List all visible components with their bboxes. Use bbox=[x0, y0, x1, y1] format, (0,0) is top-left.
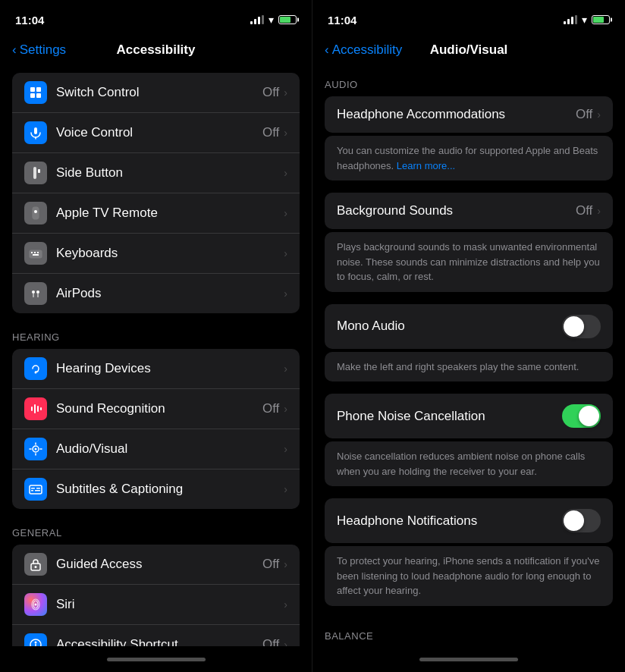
chevron-icon: › bbox=[597, 108, 601, 121]
list-item-side-button[interactable]: Side Button › bbox=[12, 153, 300, 193]
signal-bar-1 bbox=[250, 21, 253, 24]
status-bar-left: 11:04 ▾ bbox=[0, 0, 312, 33]
mono-audio-toggle[interactable] bbox=[562, 315, 601, 338]
chevron-icon: › bbox=[284, 363, 287, 375]
svg-rect-1 bbox=[36, 87, 41, 92]
keyboards-label: Keyboards bbox=[56, 246, 284, 261]
background-sounds-label: Background Sounds bbox=[337, 203, 576, 218]
svg-rect-23 bbox=[40, 407, 42, 410]
chevron-icon: › bbox=[284, 86, 287, 99]
accessibility-shortcut-icon bbox=[24, 633, 47, 646]
svg-point-15 bbox=[32, 290, 35, 294]
svg-rect-11 bbox=[31, 252, 33, 253]
audio-section-label: AUDIO bbox=[312, 67, 625, 96]
chevron-left-icon: ‹ bbox=[325, 42, 329, 58]
sound-recognition-value: Off bbox=[262, 401, 279, 416]
chevron-icon: › bbox=[284, 639, 287, 646]
back-button-right[interactable]: ‹ Accessibility bbox=[325, 42, 402, 58]
top-list-group: Switch Control Off › Voice Control Off › bbox=[12, 73, 300, 313]
home-bar-right bbox=[419, 658, 518, 661]
chevron-icon: › bbox=[284, 443, 287, 455]
list-item-keyboards[interactable]: Keyboards › bbox=[12, 234, 300, 274]
list-item-accessibility-shortcut[interactable]: Accessibility Shortcut Off › bbox=[12, 625, 300, 646]
svg-rect-7 bbox=[38, 169, 40, 173]
home-indicator-left bbox=[0, 646, 312, 672]
list-item-sound-recognition[interactable]: Sound Recognition Off › bbox=[12, 389, 300, 429]
list-item-hearing-devices[interactable]: Hearing Devices › bbox=[12, 349, 300, 389]
svg-rect-3 bbox=[36, 93, 41, 98]
svg-rect-29 bbox=[31, 490, 33, 491]
keyboards-icon bbox=[24, 242, 47, 265]
headphone-notifications-description: To protect your hearing, iPhone sends a … bbox=[325, 546, 613, 606]
list-item-apple-tv-remote[interactable]: Apple TV Remote › bbox=[12, 193, 300, 234]
nav-bar-left: ‹ Settings Accessibility bbox=[0, 33, 312, 67]
svg-point-32 bbox=[35, 566, 37, 568]
audio-visual-icon bbox=[24, 438, 47, 460]
list-item-voice-control[interactable]: Voice Control Off › bbox=[12, 113, 300, 153]
chevron-icon: › bbox=[284, 167, 287, 179]
background-sounds-card[interactable]: Background Sounds Off › bbox=[325, 193, 613, 229]
list-item-switch-control[interactable]: Switch Control Off › bbox=[12, 73, 300, 113]
side-button-icon bbox=[24, 162, 47, 184]
wifi-icon-right: ▾ bbox=[582, 14, 587, 26]
headphone-accommodations-description: You can customize the audio for supporte… bbox=[325, 136, 613, 181]
phone-noise-cancellation-toggle[interactable] bbox=[562, 404, 601, 428]
phone-noise-cancellation-description: Noise cancellation reduces ambient noise… bbox=[325, 441, 613, 486]
audio-visual-label: Audio/Visual bbox=[56, 441, 284, 457]
svg-rect-28 bbox=[36, 488, 40, 489]
accessibility-shortcut-label: Accessibility Shortcut bbox=[56, 637, 262, 646]
svg-rect-26 bbox=[30, 485, 42, 494]
svg-rect-4 bbox=[34, 127, 37, 134]
siri-label: Siri bbox=[56, 597, 284, 612]
status-time-left: 11:04 bbox=[15, 14, 44, 27]
headphone-notifications-toggle[interactable] bbox=[562, 509, 601, 532]
background-sounds-row[interactable]: Background Sounds Off › bbox=[325, 193, 613, 229]
chevron-icon: › bbox=[284, 127, 287, 139]
mono-audio-card: Mono Audio bbox=[325, 304, 613, 349]
svg-rect-0 bbox=[30, 87, 35, 92]
list-item-subtitles-captioning[interactable]: Subtitles & Captioning › bbox=[12, 469, 300, 509]
svg-rect-2 bbox=[30, 93, 35, 98]
list-item-audio-visual[interactable]: Audio/Visual › bbox=[12, 429, 300, 469]
guided-access-label: Guided Access bbox=[56, 557, 262, 572]
hearing-section-header: HEARING bbox=[0, 319, 312, 349]
sound-recognition-label: Sound Recognition bbox=[56, 401, 262, 416]
svg-rect-27 bbox=[31, 488, 35, 489]
headphone-accommodations-value: Off bbox=[576, 107, 592, 122]
svg-rect-14 bbox=[33, 254, 39, 256]
chevron-icon: › bbox=[284, 207, 287, 219]
headphone-accommodations-card[interactable]: Headphone Accommodations Off › bbox=[325, 96, 613, 133]
signal-bar-3 bbox=[258, 17, 260, 24]
list-item-airpods[interactable]: AirPods › bbox=[12, 274, 300, 313]
balance-section-label: BALANCE bbox=[312, 618, 625, 647]
general-list-group: Guided Access Off › Siri › bbox=[12, 545, 300, 646]
accessibility-shortcut-value: Off bbox=[262, 637, 279, 646]
phone-noise-cancellation-toggle-thumb bbox=[579, 406, 599, 426]
back-button-left[interactable]: ‹ Settings bbox=[12, 42, 66, 58]
svg-point-35 bbox=[35, 604, 37, 606]
left-panel: 11:04 ▾ ‹ Settings Accessibility bbox=[0, 0, 312, 672]
chevron-icon: › bbox=[284, 287, 287, 300]
subtitles-captioning-icon bbox=[24, 478, 47, 501]
svg-point-37 bbox=[35, 642, 37, 644]
svg-point-17 bbox=[36, 290, 39, 294]
list-content-left: Switch Control Off › Voice Control Off › bbox=[0, 67, 312, 646]
back-label-right: Accessibility bbox=[332, 42, 403, 58]
voice-control-value: Off bbox=[262, 125, 279, 140]
svg-point-25 bbox=[35, 448, 37, 451]
list-item-siri[interactable]: Siri › bbox=[12, 585, 300, 625]
signal-bar-3 bbox=[571, 17, 573, 24]
battery-icon-left bbox=[278, 15, 297, 24]
mono-audio-toggle-thumb bbox=[564, 316, 584, 337]
wifi-icon-left: ▾ bbox=[269, 14, 274, 26]
side-button-label: Side Button bbox=[56, 165, 284, 181]
learn-more-link[interactable]: Learn more... bbox=[397, 160, 455, 171]
list-item-guided-access[interactable]: Guided Access Off › bbox=[12, 545, 300, 585]
signal-bar-1 bbox=[564, 21, 566, 24]
headphone-accommodations-row[interactable]: Headphone Accommodations Off › bbox=[325, 96, 613, 133]
guided-access-icon bbox=[24, 553, 47, 576]
svg-rect-6 bbox=[33, 167, 36, 179]
signal-bar-2 bbox=[254, 19, 256, 24]
right-list-content: AUDIO Headphone Accommodations Off › You… bbox=[312, 67, 625, 646]
phone-noise-cancellation-row: Phone Noise Cancellation bbox=[325, 394, 613, 438]
